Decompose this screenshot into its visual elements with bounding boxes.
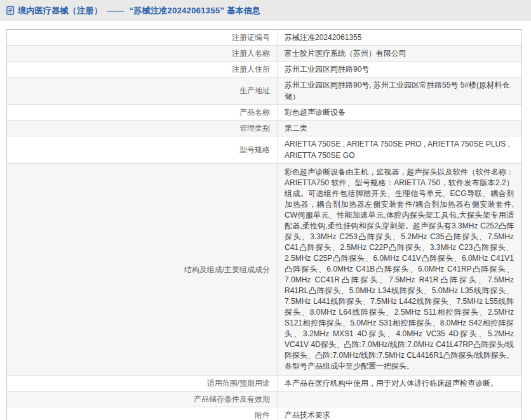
table-row: 注册人住所 苏州工业园区同胜路90号	[7, 61, 521, 77]
row-value-text: 苏械注准20242061355	[285, 32, 361, 43]
header-bar: 境内医疗器械（注册） —— “苏械注准20242061355” 基本信息	[0, 0, 531, 21]
table-row: 注册证编号 苏械注准20242061355	[7, 30, 521, 45]
table-row: 产品储存条件及有效期	[7, 391, 521, 407]
row-label-text: 注册人住所	[232, 63, 270, 75]
row-label: 注册人住所	[7, 62, 278, 77]
row-label-text: 适用范围/预期用途	[207, 377, 270, 389]
row-label-text: 结构及组成/主要组成成分	[184, 264, 270, 275]
page: 境内医疗器械（注册） —— “苏械注准20242061355” 基本信息 注册证…	[0, 0, 531, 420]
row-label: 产品名称	[7, 105, 278, 120]
row-value: 彩色超声诊断设备	[278, 105, 521, 120]
row-value: 苏州工业园区同胜路90号	[278, 62, 521, 77]
row-label-text: 产品储存条件及有效期	[194, 393, 270, 405]
table-row: 生产地址 苏州工业园区同胜路90号, 苏州工业园区常胜路55号 5#楼(原材料仓…	[7, 77, 521, 104]
row-label-text: 注册证编号	[232, 32, 270, 43]
row-label-text: 生产地址	[239, 85, 270, 96]
table-row: 产品名称 彩色超声诊断设备	[7, 104, 521, 120]
row-value-text: 彩色超声诊断设备由主机，监视器，超声探头以及软件（软件名称：ARIETTA750…	[285, 167, 514, 372]
row-value-text: 苏州工业园区同胜路90号	[285, 63, 369, 75]
table-row: 注册人名称 富士胶片医疗系统（苏州）有限公司	[7, 45, 521, 61]
row-label-text: 注册人名称	[232, 48, 270, 59]
table-row: 型号规格 ARIETTA 750SE , ARIETTA 750SE PRO ,…	[7, 136, 521, 163]
document-icon	[6, 6, 15, 15]
row-value: 本产品在医疗机构中使用，用于对人体进行临床超声检查诊断。	[278, 376, 521, 391]
row-label: 生产地址	[7, 77, 278, 104]
header-title-right: “苏械注准20242061355” 基本信息	[130, 5, 261, 16]
row-value: 产品技术要求	[278, 407, 521, 420]
row-label: 附件	[7, 407, 278, 420]
row-label: 管理类别	[7, 121, 278, 136]
info-table: 注册证编号 苏械注准20242061355 注册人名称 富士胶片医疗系统（苏州）…	[6, 29, 522, 420]
header-title-left: 境内医疗器械（注册）	[18, 5, 102, 16]
row-value-text: 第二类	[285, 122, 307, 134]
row-value-text: ARIETTA 750SE , ARIETTA 750SE PRO , ARIE…	[285, 138, 514, 161]
row-value-text: 富士胶片医疗系统（苏州）有限公司	[285, 48, 407, 59]
row-label: 产品储存条件及有效期	[7, 391, 278, 407]
table-row: 附件 产品技术要求	[7, 407, 521, 420]
row-label-text: 型号规格	[239, 144, 270, 155]
row-value: 彩色超声诊断设备由主机，监视器，超声探头以及软件（软件名称：ARIETTA750…	[278, 164, 521, 375]
row-label: 结构及组成/主要组成成分	[7, 164, 278, 375]
table-row: 适用范围/预期用途 本产品在医疗机构中使用，用于对人体进行临床超声检查诊断。	[7, 375, 521, 391]
row-label: 适用范围/预期用途	[7, 376, 278, 391]
row-value-text: 产品技术要求	[285, 409, 330, 420]
row-value-text: 彩色超声诊断设备	[285, 107, 346, 118]
row-value: 富士胶片医疗系统（苏州）有限公司	[278, 46, 521, 61]
table-row: 管理类别 第二类	[7, 120, 521, 136]
row-label: 型号规格	[7, 136, 278, 163]
header-dash: ——	[107, 6, 124, 15]
row-value: 第二类	[278, 121, 521, 136]
row-value	[278, 391, 521, 407]
table-row: 结构及组成/主要组成成分 彩色超声诊断设备由主机，监视器，超声探头以及软件（软件…	[7, 163, 521, 375]
row-value: 苏州工业园区同胜路90号, 苏州工业园区常胜路55号 5#楼(原材料仓储）	[278, 77, 521, 104]
row-label-text: 附件	[255, 409, 270, 420]
row-value: ARIETTA 750SE , ARIETTA 750SE PRO , ARIE…	[278, 136, 521, 163]
row-value-text: 本产品在医疗机构中使用，用于对人体进行临床超声检查诊断。	[285, 377, 498, 389]
row-value: 苏械注准20242061355	[278, 30, 521, 45]
row-value-text: 苏州工业园区同胜路90号, 苏州工业园区常胜路55号 5#楼(原材料仓储）	[285, 79, 514, 102]
row-label-text: 产品名称	[239, 107, 270, 118]
row-label: 注册人名称	[7, 46, 278, 61]
row-label: 注册证编号	[7, 30, 278, 45]
row-label-text: 管理类别	[239, 122, 270, 134]
